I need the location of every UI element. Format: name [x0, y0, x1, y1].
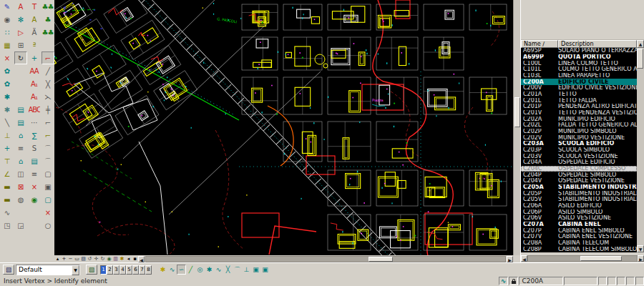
- cross-lines-icon[interactable]: ╳: [42, 77, 54, 90]
- arc-icon[interactable]: ⌒: [42, 142, 54, 154]
- pen-tool-icon[interactable]: ✎: [1, 0, 14, 13]
- list-hscroll-left-arrow[interactable]: ◀: [521, 255, 527, 262]
- view-display-button[interactable]: ▧: [86, 265, 97, 275]
- rotate-view-icon[interactable]: ↺: [87, 256, 93, 262]
- level-row-C204A[interactable]: C204AOSPEDALE EDIFICIO: [521, 159, 637, 166]
- level-row-C100L[interactable]: C100LLINEA COLMO TETTO: [521, 60, 637, 66]
- fence-corner-icon[interactable]: ▣: [42, 180, 54, 193]
- map-hscroll-thumb[interactable]: [369, 257, 393, 262]
- parallel-lines-icon[interactable]: ╪: [42, 103, 54, 116]
- trees-icon[interactable]: ♣♣: [42, 0, 54, 13]
- house-icon-2[interactable]: ⌂: [14, 154, 27, 167]
- ellipse-tool-icon[interactable]: ○: [42, 219, 54, 232]
- cad-map-canvas[interactable]: G. PASCOLIPiazza: [54, 0, 513, 255]
- rotate-tool-icon[interactable]: ↻: [14, 51, 27, 64]
- iso-box-icon-2[interactable]: ◲: [14, 219, 27, 232]
- network-icon[interactable]: ⊞: [14, 39, 27, 51]
- list-hscroll-track[interactable]: [527, 255, 638, 262]
- level-row-C208A[interactable]: C208ACABINA TELECOM: [521, 240, 637, 247]
- level-row-C101L[interactable]: C101LCOLMO TETTO GENERICO ALTRO EDIFICAT…: [521, 66, 637, 73]
- view-button-5[interactable]: 5: [126, 265, 132, 275]
- delete-element-icon[interactable]: ×: [1, 51, 14, 64]
- column-header-description[interactable]: Description: [558, 40, 637, 48]
- level-row-C201A[interactable]: C201ATETTO: [521, 92, 637, 98]
- snap-status-icon[interactable]: ∿: [499, 277, 509, 285]
- perpendicular-snap-icon[interactable]: ⊥: [242, 265, 251, 275]
- hscroll-right-arrow[interactable]: ▶: [507, 256, 513, 262]
- text-aba-icon[interactable]: AA: [28, 64, 41, 77]
- level-row-C204P[interactable]: C204POSPEDALE SIMBOLO: [521, 172, 637, 178]
- gear-tool-icon[interactable]: ✱: [1, 90, 14, 103]
- view-button-2[interactable]: 2: [107, 265, 113, 275]
- list-scroll-up-arrow[interactable]: ▲: [637, 40, 644, 48]
- flower-gear-icon[interactable]: ✻: [14, 13, 27, 26]
- window-area-icon[interactable]: ▭: [74, 256, 80, 262]
- ellipsis-icon[interactable]: ⋯: [28, 116, 41, 129]
- house-icon[interactable]: ⌂: [14, 129, 27, 142]
- add-point-icon[interactable]: +: [1, 142, 14, 154]
- spline-icon[interactable]: S: [28, 142, 41, 154]
- panel-icon[interactable]: ◫: [14, 167, 27, 180]
- table-icon[interactable]: ▤: [28, 154, 41, 167]
- text-super-icon[interactable]: ª: [28, 39, 41, 51]
- branch-lines-icon[interactable]: ⋋: [42, 90, 54, 103]
- bench-icon[interactable]: ▬: [1, 180, 14, 193]
- tree-man-icon[interactable]: ♣: [42, 13, 54, 26]
- text-abc-icon[interactable]: ABC: [28, 103, 41, 116]
- level-row-C103L[interactable]: C103LLINEA PARAPETTO: [521, 73, 637, 79]
- lines-icon[interactable]: ≡: [28, 167, 41, 180]
- level-row-C206V[interactable]: C206VASILO VESTIZIONE: [521, 215, 637, 222]
- level-row-C207A[interactable]: C207ACABINA ENEL: [521, 222, 637, 228]
- level-row-C205A[interactable]: C205ASTABILIMENTO INDUSTRIALE EDIFICIO: [521, 184, 637, 191]
- level-row-C202P[interactable]: C202PMUNICIPIO SIMBOLO: [521, 129, 637, 135]
- intersection-snap-icon[interactable]: ╳: [223, 265, 233, 275]
- cell-flower-icon-2[interactable]: ✿: [1, 77, 14, 90]
- tangent-snap-icon[interactable]: ⌒: [233, 265, 242, 275]
- corner-tool-icon[interactable]: ⌐: [42, 51, 54, 64]
- view-flash-icon[interactable]: ✱: [119, 256, 125, 262]
- level-row-C200V[interactable]: C200VEDIFICIO CIVILE VESTIZIONE: [521, 85, 637, 92]
- list-icon[interactable]: ≡: [14, 142, 27, 154]
- level-manager-icon[interactable]: ▧: [3, 265, 14, 275]
- map-drawing-view[interactable]: G. PASCOLIPiazza: [54, 0, 513, 255]
- target-green-icon[interactable]: ◉: [28, 193, 41, 206]
- level-row-C206P[interactable]: C206PASILO SIMBOLO: [521, 209, 637, 215]
- list-scroll-down-arrow[interactable]: ▼: [637, 245, 644, 252]
- monitor-icon-2[interactable]: ▤: [14, 116, 27, 129]
- level-row-C203V[interactable]: C203VSCUOLA VESTIZIONE: [521, 153, 637, 159]
- list-vscroll-thumb[interactable]: [637, 49, 643, 69]
- bisector-snap-icon[interactable]: ∿: [214, 265, 223, 275]
- angle-tool-icon[interactable]: ∠: [1, 167, 14, 180]
- list-vertical-scrollbar[interactable]: ▼: [637, 48, 644, 252]
- delete-red-icon[interactable]: ×: [28, 180, 41, 193]
- update-view-icon[interactable]: ▴: [54, 256, 61, 262]
- list-horizontal-scrollbar[interactable]: ◀ ▶: [521, 255, 644, 262]
- level-row-C206A[interactable]: C206AASILO EDIFICIO: [521, 203, 637, 209]
- gear-query-icon[interactable]: ✱: [1, 103, 14, 116]
- level-row-A695P[interactable]: A695PSOLAIO PIANO O TERRAZZA: [521, 48, 637, 54]
- monitor-icon[interactable]: ▤: [14, 103, 27, 116]
- active-level-combo[interactable]: Default ▼: [16, 265, 80, 275]
- level-row-C202A[interactable]: C202AMUNICIPIO EDIFICIO: [521, 116, 637, 122]
- level-row-C203A[interactable]: C203ASCUOLA EDIFICIO: [521, 141, 637, 147]
- nearest-snap-icon[interactable]: ∿: [167, 265, 177, 275]
- pick-tool-icon[interactable]: ╲: [1, 116, 14, 129]
- wave-tool-icon[interactable]: ∿: [1, 206, 14, 219]
- zoom-out-icon[interactable]: −: [67, 256, 74, 262]
- corner-icon[interactable]: ⌐: [42, 116, 54, 129]
- zoom-in-icon[interactable]: +: [61, 256, 67, 262]
- measure-icon[interactable]: ⊥: [1, 129, 14, 142]
- level-row-C207P[interactable]: C207PCABINA ENEL SIMBOLO: [521, 227, 637, 234]
- text-a-icon[interactable]: A: [14, 0, 27, 13]
- snap-points-icon[interactable]: ∷: [1, 26, 14, 39]
- level-row-C205V[interactable]: C205VSTABILIMENTO INDUSTRIALE VESTIZIONE: [521, 197, 637, 203]
- view-back-icon[interactable]: ◂: [125, 256, 132, 262]
- hscroll-left-arrow[interactable]: ◀: [138, 256, 145, 262]
- camera-icon[interactable]: ◉: [1, 13, 14, 26]
- delete-box-icon[interactable]: ⊠: [14, 180, 27, 193]
- point-through-snap-icon[interactable]: ▣: [251, 265, 260, 275]
- view-button-8[interactable]: 8: [145, 265, 152, 275]
- sum-icon[interactable]: ∑: [28, 129, 41, 142]
- lock-status-icon[interactable]: [509, 277, 518, 285]
- level-row-C208P[interactable]: C208PCABINA TELECOM SIMBOLO: [521, 247, 637, 253]
